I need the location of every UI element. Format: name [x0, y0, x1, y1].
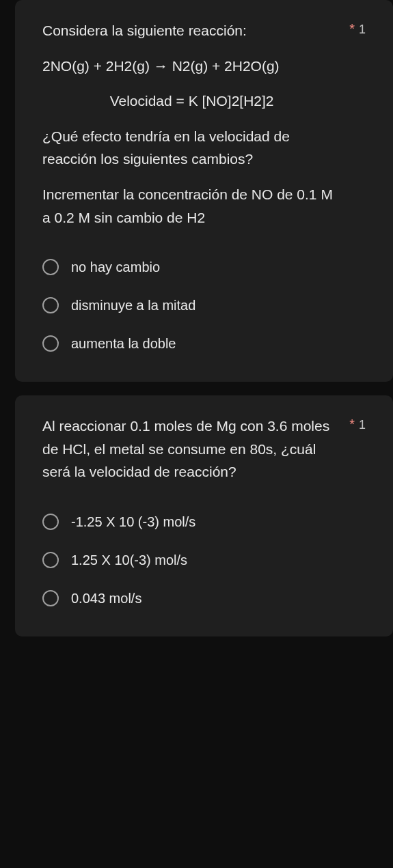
question-line: Considera la siguiente reacción: — [42, 19, 341, 42]
question-text: Al reaccionar 0.1 moles de Mg con 3.6 mo… — [42, 415, 341, 484]
question-line: ¿Qué efecto tendría en la velocidad de r… — [42, 125, 341, 171]
question-line: Incrementar la concentración de NO de 0.… — [42, 183, 341, 229]
radio-option[interactable]: 1.25 X 10(-3) mol/s — [42, 541, 366, 579]
option-label: -1.25 X 10 (-3) mol/s — [71, 512, 195, 531]
radio-option[interactable]: -1.25 X 10 (-3) mol/s — [42, 503, 366, 541]
radio-icon — [42, 335, 59, 352]
option-label: 1.25 X 10(-3) mol/s — [71, 550, 187, 570]
radio-option[interactable]: 0.043 mol/s — [42, 579, 366, 617]
option-label: aumenta la doble — [71, 334, 176, 353]
radio-icon — [42, 590, 59, 606]
question-card: Al reaccionar 0.1 moles de Mg con 3.6 mo… — [15, 395, 393, 636]
radio-option[interactable]: aumenta la doble — [42, 324, 366, 363]
option-label: disminuye a la mitad — [71, 296, 195, 315]
radio-icon — [42, 514, 59, 530]
question-line: 2NO(g) + 2H2(g) → N2(g) + 2H2O(g) — [42, 55, 341, 78]
required-asterisk: * — [349, 417, 355, 431]
option-label: 0.043 mol/s — [71, 589, 141, 608]
question-header: Al reaccionar 0.1 moles de Mg con 3.6 mo… — [42, 415, 366, 484]
question-text: Considera la siguiente reacción: 2NO(g) … — [42, 19, 341, 229]
option-label: no hay cambio — [71, 257, 160, 277]
options-group: -1.25 X 10 (-3) mol/s 1.25 X 10(-3) mol/… — [42, 503, 366, 617]
radio-option[interactable]: disminuye a la mitad — [42, 286, 366, 324]
radio-icon — [42, 297, 59, 313]
points-label: 1 — [359, 418, 366, 432]
question-line: Al reaccionar 0.1 moles de Mg con 3.6 mo… — [42, 415, 341, 484]
question-line: Velocidad = K [NO]2[H2]2 — [42, 89, 341, 113]
required-and-points: * 1 — [349, 19, 366, 37]
radio-icon — [42, 259, 59, 275]
required-and-points: * 1 — [349, 415, 366, 432]
options-group: no hay cambio disminuye a la mitad aumen… — [42, 248, 366, 363]
question-card: Considera la siguiente reacción: 2NO(g) … — [15, 0, 393, 382]
radio-icon — [42, 552, 59, 568]
radio-option[interactable]: no hay cambio — [42, 248, 366, 286]
points-label: 1 — [359, 23, 366, 37]
question-header: Considera la siguiente reacción: 2NO(g) … — [42, 19, 366, 229]
required-asterisk: * — [349, 22, 355, 36]
